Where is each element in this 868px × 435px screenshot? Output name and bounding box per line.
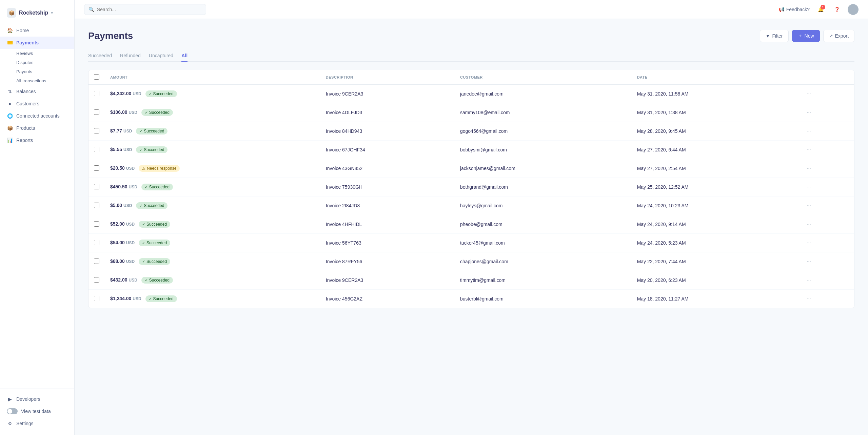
row-currency: USD xyxy=(126,166,135,171)
user-avatar[interactable] xyxy=(848,4,859,15)
row-more-button[interactable]: ··· xyxy=(804,164,814,173)
row-more-cell: ··· xyxy=(798,271,854,290)
row-checkbox[interactable] xyxy=(94,147,99,152)
sidebar-item-disputes[interactable]: Disputes xyxy=(16,58,74,67)
row-checkbox[interactable] xyxy=(94,258,99,264)
row-amount: $20.50USD ⚠ Needs response xyxy=(105,159,320,178)
row-checkbox-cell xyxy=(88,234,105,252)
new-button[interactable]: ＋ New xyxy=(792,30,820,42)
main-area: 🔍 📢 Feedback? 🔔 1 ❓ Payments ▼ xyxy=(75,0,868,435)
table-row: $1,244.00USD ✓ Succeeded Invoice 456G2AZ… xyxy=(88,290,854,308)
export-button[interactable]: ↗ Export xyxy=(823,30,854,42)
table-row: $450.50USD ✓ Succeeded Invoice 75930GH b… xyxy=(88,178,854,196)
select-all-checkbox[interactable] xyxy=(94,74,99,80)
tab-succeeded-label: Succeeded xyxy=(88,53,112,58)
row-checkbox[interactable] xyxy=(94,184,99,189)
status-icon: ✓ xyxy=(149,92,152,96)
all-transactions-label: All transactions xyxy=(16,78,46,83)
row-customer: busterbl@gmail.com xyxy=(455,290,632,308)
sidebar-item-connected-accounts[interactable]: 🌐 Connected accounts xyxy=(0,110,74,122)
status-badge: ✓ Succeeded xyxy=(139,221,170,228)
row-more-cell: ··· xyxy=(798,252,854,271)
row-more-button[interactable]: ··· xyxy=(804,220,814,229)
app-logo[interactable]: 📦 Rocketship ▾ xyxy=(0,5,74,24)
row-checkbox[interactable] xyxy=(94,240,99,245)
row-checkbox[interactable] xyxy=(94,277,99,283)
notifications-button[interactable]: 🔔 1 xyxy=(815,4,826,15)
sidebar-item-reports[interactable]: 📊 Reports xyxy=(0,134,74,146)
row-more-button[interactable]: ··· xyxy=(804,183,814,191)
status-label: Succeeded xyxy=(146,259,167,264)
row-amount: $68.00USD ✓ Succeeded xyxy=(105,252,320,271)
filter-button[interactable]: ▼ Filter xyxy=(760,30,789,42)
feedback-button[interactable]: 📢 Feedback? xyxy=(778,7,810,12)
status-icon: ✓ xyxy=(139,204,142,208)
row-date: May 18, 2020, 11:27 AM xyxy=(632,290,798,308)
header-actions: ▼ Filter ＋ New ↗ Export xyxy=(760,30,854,42)
row-more-button[interactable]: ··· xyxy=(804,201,814,210)
sidebar-item-settings[interactable]: ⚙ Settings xyxy=(0,417,74,430)
help-button[interactable]: ❓ xyxy=(831,4,842,15)
sidebar-item-payouts[interactable]: Payouts xyxy=(16,67,74,76)
row-more-cell: ··· xyxy=(798,159,854,178)
row-currency: USD xyxy=(123,203,132,208)
sidebar-item-home[interactable]: 🏠 Home xyxy=(0,24,74,37)
status-badge: ✓ Succeeded xyxy=(136,146,167,153)
sidebar-item-all-transactions[interactable]: All transactions xyxy=(16,76,74,85)
row-more-button[interactable]: ··· xyxy=(804,127,814,136)
row-checkbox[interactable] xyxy=(94,221,99,227)
sidebar-item-reviews[interactable]: Reviews xyxy=(16,49,74,58)
tab-all[interactable]: All xyxy=(181,50,188,62)
th-amount: AMOUNT xyxy=(105,70,320,85)
row-checkbox[interactable] xyxy=(94,128,99,133)
row-currency: USD xyxy=(133,91,141,96)
reports-icon: 📊 xyxy=(7,137,13,143)
sidebar-item-developers[interactable]: ▶ Developers xyxy=(0,393,74,405)
row-more-button[interactable]: ··· xyxy=(804,276,814,285)
row-more-button[interactable]: ··· xyxy=(804,257,814,266)
row-more-button[interactable]: ··· xyxy=(804,239,814,247)
row-more-button[interactable]: ··· xyxy=(804,145,814,154)
row-checkbox-cell xyxy=(88,215,105,234)
page-title: Payments xyxy=(88,30,133,41)
connected-accounts-icon: 🌐 xyxy=(7,113,13,119)
row-checkbox[interactable] xyxy=(94,91,99,96)
sidebar-item-products[interactable]: 📦 Products xyxy=(0,122,74,134)
view-test-data-toggle[interactable]: View test data xyxy=(0,405,74,417)
table-row: $4,242.00USD ✓ Succeeded Invoice 9CER2A3… xyxy=(88,85,854,103)
row-customer: bobbysmi@gmail.com xyxy=(455,141,632,159)
test-data-label: View test data xyxy=(21,409,51,414)
row-checkbox[interactable] xyxy=(94,296,99,301)
row-date: May 28, 2020, 9:45 AM xyxy=(632,122,798,141)
sidebar-item-customers[interactable]: ● Customers xyxy=(0,98,74,110)
tab-succeeded[interactable]: Succeeded xyxy=(88,50,112,62)
status-badge: ✓ Succeeded xyxy=(139,240,170,246)
table-row: $5.55USD ✓ Succeeded Invoice 67JGHF34 bo… xyxy=(88,141,854,159)
search-input[interactable] xyxy=(97,7,202,12)
tab-refunded[interactable]: Refunded xyxy=(120,50,141,62)
search-box[interactable]: 🔍 xyxy=(84,4,206,15)
tab-uncaptured[interactable]: Uncaptured xyxy=(149,50,173,62)
row-checkbox-cell xyxy=(88,103,105,122)
row-checkbox[interactable] xyxy=(94,203,99,208)
sidebar-item-payments[interactable]: 💳 Payments xyxy=(0,37,74,49)
row-description: Invoice 43GN452 xyxy=(320,159,455,178)
table-row: $54.00USD ✓ Succeeded Invoice 56YT763 tu… xyxy=(88,234,854,252)
row-checkbox[interactable] xyxy=(94,165,99,171)
table-row: $432.00USD ✓ Succeeded Invoice 9CER2A3 t… xyxy=(88,271,854,290)
megaphone-icon: 📢 xyxy=(778,7,784,12)
sidebar-item-balances[interactable]: ⇅ Balances xyxy=(0,85,74,98)
status-icon: ✓ xyxy=(142,260,145,264)
row-more-button[interactable]: ··· xyxy=(804,108,814,117)
tab-all-label: All xyxy=(181,53,188,58)
settings-icon: ⚙ xyxy=(7,420,13,427)
status-badge: ✓ Succeeded xyxy=(136,128,167,134)
help-icon: ❓ xyxy=(834,7,840,12)
row-more-button[interactable]: ··· xyxy=(804,294,814,303)
row-customer: jacksonjames@gmail.com xyxy=(455,159,632,178)
row-checkbox[interactable] xyxy=(94,109,99,115)
status-badge: ✓ Succeeded xyxy=(139,258,170,265)
status-icon: ⚠ xyxy=(142,166,145,171)
row-more-cell: ··· xyxy=(798,85,854,103)
row-more-button[interactable]: ··· xyxy=(804,89,814,98)
